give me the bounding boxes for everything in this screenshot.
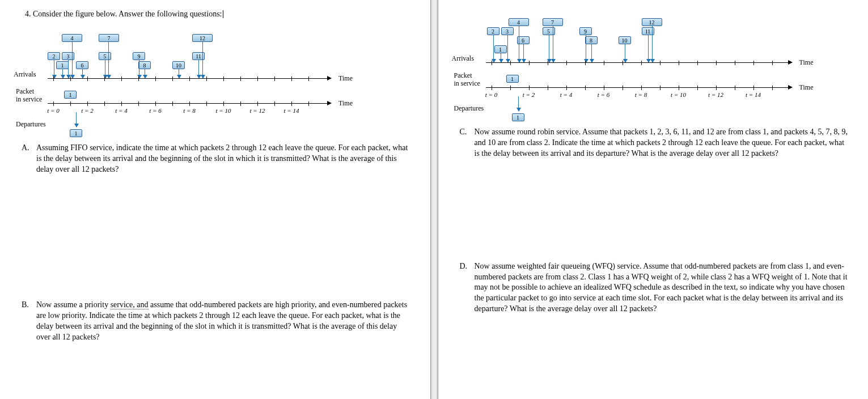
arrival-arrow-icon bbox=[198, 60, 199, 78]
part-C-letter: C. bbox=[460, 127, 467, 138]
packet-box: 10 bbox=[619, 36, 631, 44]
arrival-arrow-icon bbox=[519, 26, 519, 62]
part-C: C. Now assume round robin service. Assum… bbox=[475, 127, 852, 159]
document-spread: 4. Consider the figure below. Answer the… bbox=[0, 0, 868, 399]
page-divider bbox=[430, 0, 438, 399]
departure-arrow-icon bbox=[76, 112, 77, 127]
arrivals-region: Arrivals 123456789101112 bbox=[14, 22, 413, 78]
packet-box: 4 bbox=[62, 34, 82, 42]
packet-box: 2 bbox=[487, 27, 499, 35]
arrival-arrow-icon bbox=[54, 60, 54, 78]
part-B-letter: B. bbox=[22, 300, 29, 311]
arrival-arrow-icon bbox=[105, 60, 105, 78]
figure-left: Arrivals 123456789101112 Time Packet in … bbox=[11, 22, 413, 138]
arrival-arrow-icon bbox=[648, 35, 649, 62]
arrival-arrow-icon bbox=[139, 60, 139, 78]
arrivals-axis: Time bbox=[48, 78, 331, 87]
departure-arrow-icon bbox=[518, 96, 519, 111]
time-label: Time bbox=[338, 99, 353, 108]
question-text: Consider the figure below. Answer the fo… bbox=[33, 10, 222, 18]
part-D-text: Now assume weighted fair queueing (WFQ) … bbox=[475, 262, 848, 313]
packet-box: 7 bbox=[543, 18, 563, 26]
arrival-arrow-icon bbox=[145, 69, 145, 78]
packet-box: 1 bbox=[494, 45, 507, 53]
arrival-arrow-icon bbox=[108, 42, 109, 78]
packet-box: 10 bbox=[172, 61, 185, 69]
packet-box: 3 bbox=[501, 27, 514, 35]
arrivals-region: Arrivals 123456789101112 bbox=[452, 6, 852, 62]
packet-in-service: 1 bbox=[64, 91, 77, 99]
arrival-arrow-icon bbox=[501, 53, 501, 62]
arrival-arrow-icon bbox=[202, 42, 203, 78]
arrival-arrow-icon bbox=[586, 35, 586, 62]
packet-box: 9 bbox=[579, 27, 592, 35]
packet-box: 2 bbox=[48, 52, 60, 60]
time-label: Time bbox=[799, 83, 814, 92]
part-B-underline: service, and bbox=[111, 300, 149, 309]
arrival-arrow-icon bbox=[553, 26, 553, 62]
departure-packet: 1 bbox=[70, 129, 82, 137]
arrowhead-icon bbox=[327, 76, 332, 80]
arrival-arrow-icon bbox=[82, 69, 83, 78]
arrival-arrow-icon bbox=[179, 69, 179, 78]
question-number: 4. bbox=[25, 10, 31, 18]
part-B-text-pre: Now assume a priority bbox=[36, 300, 111, 309]
packet-box: 8 bbox=[138, 61, 151, 69]
arrival-arrow-icon bbox=[62, 69, 63, 78]
arrival-arrow-icon bbox=[591, 44, 592, 62]
departures-region: Departures 1 bbox=[16, 112, 413, 138]
packet-box: 8 bbox=[585, 36, 598, 44]
packet-label2: in service bbox=[454, 79, 480, 88]
packet-box: 9 bbox=[133, 52, 145, 60]
page-right: Arrivals 123456789101112 Time Packet in … bbox=[438, 0, 869, 399]
question-4-title: 4. Consider the figure below. Answer the… bbox=[25, 9, 413, 19]
part-D-letter: D. bbox=[460, 261, 468, 272]
arrival-arrow-icon bbox=[68, 60, 69, 78]
part-B: B. Now assume a priority service, and as… bbox=[36, 300, 413, 343]
part-A-text: Assuming FIFO service, indicate the time… bbox=[36, 143, 408, 173]
packet-box: 4 bbox=[509, 18, 529, 26]
arrivals-axis: Time bbox=[486, 62, 792, 71]
packet-box: 5 bbox=[99, 52, 111, 60]
arrivals-label: Arrivals bbox=[14, 70, 36, 79]
arrival-arrow-icon bbox=[72, 42, 73, 78]
packet-label1: Packet bbox=[454, 71, 472, 80]
packet-in-service: 1 bbox=[506, 75, 519, 83]
arrival-arrow-icon bbox=[652, 26, 653, 62]
arrival-arrow-icon bbox=[549, 35, 549, 62]
page-left: 4. Consider the figure below. Answer the… bbox=[0, 0, 430, 399]
departures-region: Departures 1 bbox=[454, 96, 852, 122]
arrival-arrow-icon bbox=[625, 44, 625, 62]
packet-box: 12 bbox=[642, 18, 662, 26]
packet-label1: Packet bbox=[16, 87, 34, 96]
departures-label: Departures bbox=[16, 120, 46, 129]
arrowhead-icon bbox=[327, 101, 332, 105]
packet-box: 1 bbox=[56, 61, 69, 69]
service-axis: Time t = 0t = 2t = 4t = 6t = 8t = 10t = … bbox=[486, 87, 792, 96]
packet-box: 12 bbox=[192, 34, 213, 42]
arrowhead-icon bbox=[788, 60, 793, 65]
service-axis: Time t = 0t = 2t = 4t = 6t = 8t = 10t = … bbox=[48, 103, 331, 112]
packet-box: 6 bbox=[76, 61, 88, 69]
part-C-text: Now assume round robin service. Assume t… bbox=[475, 128, 848, 158]
time-label: Time bbox=[338, 74, 353, 83]
service-region: Packet in service 1 bbox=[16, 87, 413, 103]
packet-box: 7 bbox=[99, 34, 119, 42]
part-A: A. Assuming FIFO service, indicate the t… bbox=[36, 143, 413, 175]
time-label: Time bbox=[799, 58, 814, 67]
packet-label2: in service bbox=[16, 95, 42, 104]
part-A-letter: A. bbox=[22, 143, 29, 154]
arrival-arrow-icon bbox=[493, 35, 494, 62]
arrival-arrow-icon bbox=[507, 35, 508, 62]
text-cursor-icon bbox=[223, 10, 223, 18]
departures-label: Departures bbox=[454, 104, 484, 113]
arrivals-label: Arrivals bbox=[452, 54, 474, 63]
figure-right: Arrivals 123456789101112 Time Packet in … bbox=[450, 6, 852, 122]
part-D: D. Now assume weighted fair queueing (WF… bbox=[475, 261, 852, 315]
arrival-arrow-icon bbox=[523, 44, 524, 62]
departure-packet: 1 bbox=[512, 113, 524, 121]
arrowhead-icon bbox=[788, 85, 793, 90]
